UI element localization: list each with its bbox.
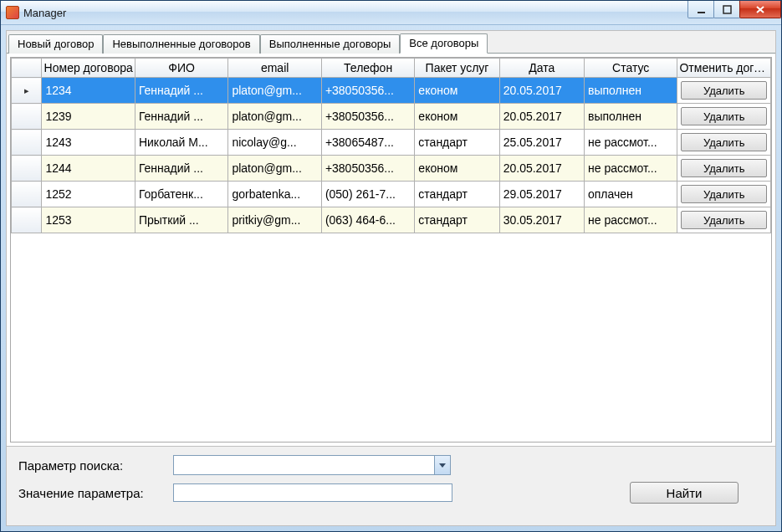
contracts-table: Номер договора ФИО email Телефон Пакет у…	[11, 58, 771, 233]
cell-number[interactable]: 1243	[42, 130, 135, 156]
tab-new-contract[interactable]: Новый договор	[8, 34, 103, 54]
close-icon	[755, 5, 765, 14]
col-number[interactable]: Номер договора	[42, 59, 135, 78]
titlebar: Manager	[1, 1, 781, 25]
col-phone[interactable]: Телефон	[321, 59, 414, 78]
cell-email[interactable]: platon@gm...	[228, 156, 321, 182]
maximize-icon	[723, 5, 732, 14]
cell-package[interactable]: стандарт	[415, 207, 499, 233]
cell-date[interactable]: 30.05.2017	[499, 207, 584, 233]
cell-status[interactable]: выполнен	[585, 78, 677, 104]
row-header[interactable]	[12, 182, 42, 207]
cell-number[interactable]: 1239	[42, 104, 135, 130]
delete-button[interactable]: Удалить	[681, 133, 767, 151]
cell-fio[interactable]: Николай М...	[135, 130, 227, 156]
cell-status[interactable]: не рассмот...	[585, 207, 677, 233]
tab-label: Невыполненные договоров	[112, 38, 250, 50]
delete-button[interactable]: Удалить	[681, 185, 767, 203]
cell-number[interactable]: 1253	[42, 207, 135, 233]
cell-delete: Удалить	[677, 182, 771, 207]
table-row[interactable]: 1252Горбатенк...gorbatenka...(050) 261-7…	[12, 182, 771, 207]
cell-package[interactable]: стандарт	[415, 182, 499, 207]
cell-fio[interactable]: Прыткий ...	[135, 207, 227, 233]
cell-delete: Удалить	[677, 207, 771, 233]
cell-email[interactable]: nicolay@g...	[228, 130, 321, 156]
row-header[interactable]	[12, 78, 42, 104]
table-row[interactable]: 1239 Геннадий ...platon@gm...+38050356..…	[12, 104, 771, 130]
table-row[interactable]: 1234Геннадий ...platon@gm...+38050356...…	[12, 78, 771, 104]
delete-button[interactable]: Удалить	[681, 107, 767, 125]
cell-fio[interactable]: Геннадий ...	[135, 156, 227, 182]
col-package[interactable]: Пакет услуг	[415, 59, 499, 78]
chevron-down-icon[interactable]	[434, 456, 450, 474]
delete-button[interactable]: Удалить	[681, 211, 767, 229]
cell-status[interactable]: не рассмот...	[585, 130, 677, 156]
minimize-icon	[697, 5, 706, 14]
table-row[interactable]: 1244Геннадий ...platon@gm...+38050356...…	[12, 156, 771, 182]
cell-phone[interactable]: (050) 261-7...	[321, 182, 414, 207]
cell-delete: Удалить	[677, 156, 771, 182]
cell-fio[interactable]: Горбатенк...	[135, 182, 227, 207]
row-header[interactable]	[12, 130, 42, 156]
cell-date[interactable]: 25.05.2017	[499, 130, 584, 156]
cell-phone[interactable]: +38065487...	[321, 130, 414, 156]
table-row[interactable]: 1253Прыткий ...pritkiy@gm...(063) 464-6.…	[12, 207, 771, 233]
cell-date[interactable]: 29.05.2017	[499, 182, 584, 207]
tab-fulfilled-contracts[interactable]: Выполненные договоры	[260, 34, 401, 54]
cell-email[interactable]: gorbatenka...	[228, 182, 321, 207]
cell-email[interactable]: platon@gm...	[228, 78, 321, 104]
col-fio[interactable]: ФИО	[135, 59, 227, 78]
find-button[interactable]: Найти	[630, 482, 739, 504]
cell-package[interactable]: економ	[415, 156, 499, 182]
search-panel: Параметр поиска: Значение параметра: Най…	[7, 446, 775, 525]
cell-status[interactable]: выполнен	[585, 104, 677, 130]
window-title: Manager	[23, 7, 66, 19]
contracts-grid[interactable]: Номер договора ФИО email Телефон Пакет у…	[10, 57, 772, 442]
cell-status[interactable]: не рассмот...	[585, 156, 677, 182]
row-header[interactable]	[12, 156, 42, 182]
tab-unfulfilled-contracts[interactable]: Невыполненные договоров	[103, 34, 259, 54]
maximize-button[interactable]	[713, 1, 740, 18]
delete-button[interactable]: Удалить	[681, 159, 767, 177]
cell-phone[interactable]: +38050356...	[321, 156, 414, 182]
delete-button[interactable]: Удалить	[681, 81, 767, 100]
col-date[interactable]: Дата	[499, 59, 584, 78]
svg-rect-0	[698, 12, 705, 13]
minimize-button[interactable]	[687, 1, 714, 18]
cell-status[interactable]: оплачен	[585, 182, 677, 207]
cell-package[interactable]: стандарт	[415, 130, 499, 156]
row-header[interactable]	[12, 104, 42, 130]
search-value-label: Значение параметра:	[18, 486, 173, 500]
col-cancel[interactable]: Отменить договор	[677, 59, 771, 78]
cell-date[interactable]: 20.05.2017	[499, 104, 584, 130]
cell-package[interactable]: економ	[415, 104, 499, 130]
cell-delete: Удалить	[677, 130, 771, 156]
tabstrip: Новый договор Невыполненные договоров Вы…	[7, 31, 775, 54]
row-header[interactable]	[12, 207, 42, 233]
cell-number[interactable]: 1252	[42, 182, 135, 207]
col-email[interactable]: email	[228, 59, 321, 78]
row-header-corner	[12, 59, 42, 78]
cell-fio[interactable]: Геннадий ...	[135, 104, 227, 130]
table-row[interactable]: 1243Николай М...nicolay@g...+38065487...…	[12, 130, 771, 156]
cell-fio[interactable]: Геннадий ...	[135, 78, 227, 104]
cell-email[interactable]: pritkiy@gm...	[228, 207, 321, 233]
search-value-input[interactable]	[173, 483, 452, 502]
cell-package[interactable]: економ	[415, 78, 499, 104]
col-status[interactable]: Статус	[585, 59, 677, 78]
search-param-combo[interactable]	[173, 455, 451, 475]
search-param-row: Параметр поиска:	[18, 455, 764, 475]
cell-number[interactable]: 1244	[42, 156, 135, 182]
tab-all-contracts[interactable]: Все договоры	[400, 33, 488, 54]
cell-number[interactable]: 1234	[42, 78, 135, 104]
combo-text	[174, 456, 434, 474]
close-button[interactable]	[739, 1, 781, 18]
cell-phone[interactable]: +38050356...	[321, 78, 414, 104]
app-window: Manager Новый договор Невыполненные дого…	[0, 0, 782, 532]
cell-phone[interactable]: +38050356...	[321, 104, 414, 130]
tab-label: Выполненные договоры	[269, 38, 391, 50]
cell-date[interactable]: 20.05.2017	[499, 156, 584, 182]
cell-date[interactable]: 20.05.2017	[499, 78, 584, 104]
cell-phone[interactable]: (063) 464-6...	[321, 207, 414, 233]
cell-email[interactable]: platon@gm...	[228, 104, 321, 130]
